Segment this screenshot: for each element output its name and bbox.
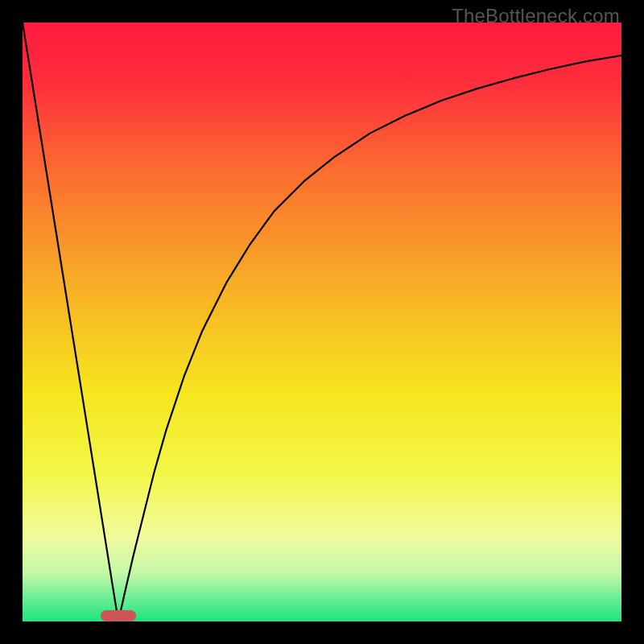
bottleneck-curve <box>23 23 621 621</box>
plot-area <box>23 23 621 621</box>
watermark-text: TheBottleneck.com <box>452 5 620 27</box>
chart-frame: TheBottleneck.com <box>0 0 644 644</box>
optimal-marker <box>101 610 137 621</box>
